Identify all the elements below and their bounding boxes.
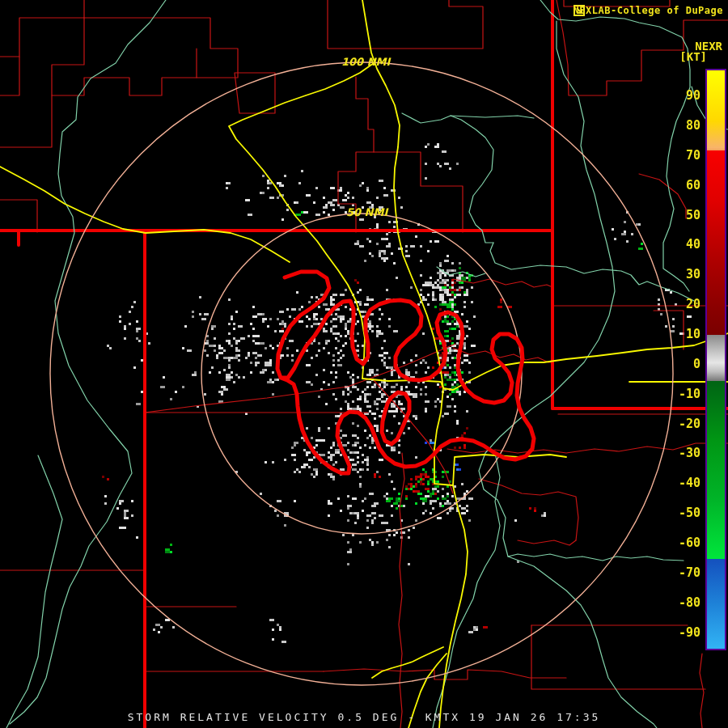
rivers-path — [10, 0, 166, 724]
rivers-path — [6, 455, 62, 728]
colorbar-tick-label: 0 — [667, 358, 700, 370]
brand: NEXLAB-College of DuPage — [574, 5, 723, 16]
county-borders-path — [479, 479, 578, 540]
colorbar-tick-label: -20 — [667, 417, 700, 430]
radar-viewer: 50 NMI100 NMI NEXLAB-College of DuPage N… — [0, 0, 728, 728]
colorbar-tick-label: 90 — [667, 89, 700, 102]
county-borders-path — [52, 18, 197, 95]
highways-path — [434, 388, 443, 449]
brand-label: NEXLAB-College of DuPage — [574, 5, 723, 16]
county-borders-path — [0, 0, 84, 57]
map-overlay-layer: 50 NMI100 NMI — [0, 0, 728, 728]
colorbar-tick-label: 30 — [667, 268, 700, 281]
colorbar-tick-label: -70 — [667, 566, 700, 579]
colorbar-tick-label: 10 — [667, 328, 700, 341]
county-borders-path — [0, 57, 19, 95]
range-ring-label: 50 NMI — [346, 206, 389, 218]
rivers-path — [437, 267, 485, 277]
colorbar-tick-label: -80 — [667, 596, 700, 609]
highways-path — [362, 379, 443, 388]
colorbar-units-label: [KT] — [679, 50, 707, 63]
colorbar-tick-label: -10 — [667, 387, 700, 400]
colorbar-tick-label: 80 — [667, 119, 700, 132]
range-ring-label: 100 NMI — [341, 56, 392, 68]
colorbar-tick-label: 60 — [667, 179, 700, 192]
county-borders-path — [328, 0, 483, 49]
rivers — [6, 0, 728, 728]
colorbar-tick-label: 70 — [667, 149, 700, 162]
rivers-path — [508, 557, 657, 728]
velocity-colorbar — [705, 69, 726, 650]
county-borders-path — [0, 95, 52, 147]
colorbar-tick-label: -90 — [667, 626, 700, 639]
colorbar-tick-label: -50 — [667, 506, 700, 519]
highways-path — [372, 647, 443, 678]
county-borders-path — [518, 540, 576, 545]
lake-outline-path — [277, 272, 534, 473]
rivers-path — [479, 21, 684, 561]
county-borders-path — [399, 453, 404, 728]
colorbar-tick-label: 20 — [667, 298, 700, 311]
colorbar-tick-label: -30 — [667, 447, 700, 459]
colorbar-tick-label: -60 — [667, 536, 700, 549]
county-borders-path — [235, 73, 275, 113]
county-borders-path — [374, 152, 463, 232]
lake-outline-path — [382, 392, 409, 444]
colorbar-tick-label: 50 — [667, 209, 700, 222]
colorbar-tick-label: 40 — [667, 238, 700, 251]
county-borders-path — [453, 348, 552, 362]
college-of-dupage-logo-icon — [574, 5, 585, 16]
colorbar-tick-label: -40 — [667, 476, 700, 489]
county-borders-path — [453, 279, 552, 287]
highways-path — [439, 485, 468, 728]
range-ring — [201, 214, 522, 534]
lake-outline — [277, 272, 534, 473]
rivers-path — [451, 116, 534, 118]
status-text: STORM RELATIVE VELOCITY 0.5 DEG - KMTX 1… — [0, 711, 728, 723]
county-borders-path — [0, 200, 37, 232]
